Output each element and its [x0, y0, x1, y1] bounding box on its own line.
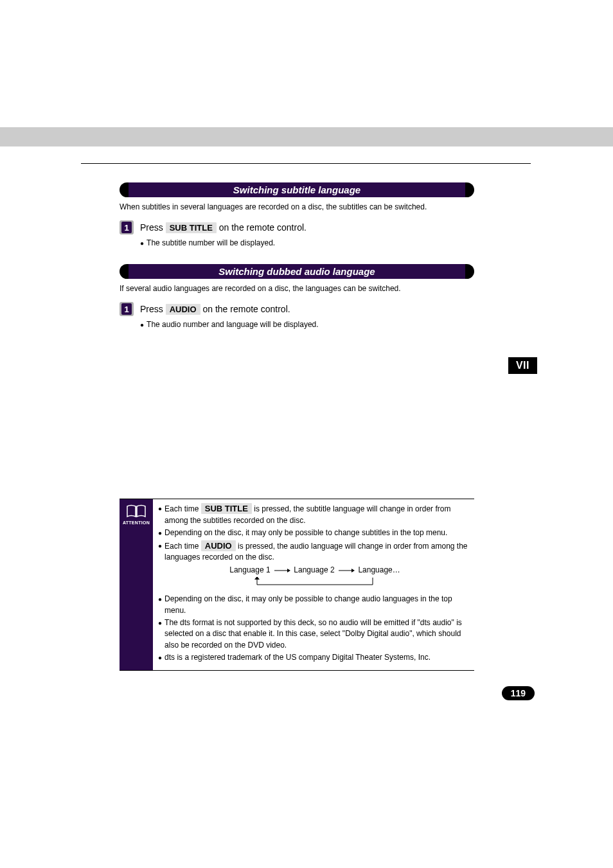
attention-text-d: Depending on the disc, it may only be po… [164, 594, 472, 616]
audio-button-label: AUDIO [166, 304, 200, 315]
main-content: Switching subtitle language When subtitl… [120, 182, 474, 343]
flow-lang-3: Language… [358, 565, 400, 574]
subtitle-button-label: SUB TITLE [201, 503, 252, 514]
attention-text-b: Depending on the disc, it may only be po… [164, 527, 472, 538]
attention-item: ● Each time SUB TITLE is pressed, the su… [158, 503, 472, 526]
header-cap-left [120, 182, 129, 197]
attention-sidebar: ATTENTION [120, 499, 153, 670]
book-icon [126, 504, 147, 518]
step-number-badge: 1 [120, 302, 134, 316]
attention-item: ● Each time AUDIO is pressed, the audio … [158, 540, 472, 563]
step-text-post: on the remote control. [200, 304, 290, 314]
att-a-pre: Each time [164, 504, 201, 513]
section1-sub-bullet: ● The subtitle number will be displayed. [140, 238, 474, 249]
section-title-subtitle: Switching subtitle language [129, 182, 465, 197]
attention-item: ● The dts format is not supported by thi… [158, 617, 472, 651]
chapter-tab: VII [508, 357, 537, 374]
step-number: 1 [121, 222, 132, 233]
step-number: 1 [121, 303, 132, 315]
attention-text-f: dts is a registered trademark of the US … [164, 652, 472, 663]
flow-lang-1: Language 1 [229, 565, 270, 574]
section2-sub-text: The audio number and language will be di… [147, 320, 319, 329]
bullet-icon: ● [158, 652, 162, 663]
attention-text-c: Each time AUDIO is pressed, the audio la… [164, 540, 472, 563]
arrow-right-icon [274, 568, 290, 573]
attention-label: ATTENTION [123, 520, 150, 525]
attention-item: ● Depending on the disc, it may only be … [158, 527, 472, 538]
section1-sub-text: The subtitle number will be displayed. [147, 238, 275, 247]
bullet-icon: ● [158, 617, 162, 651]
step-text-pre: Press [140, 304, 166, 314]
section-header-subtitle: Switching subtitle language [120, 182, 474, 197]
attention-text-e: The dts format is not supported by this … [164, 617, 472, 651]
arrow-right-icon [338, 568, 355, 573]
section1-intro: When subtitles in several languages are … [120, 202, 474, 211]
section2-step-text: Press AUDIO on the remote control. [140, 304, 290, 314]
section-header-audio: Switching dubbed audio language [120, 264, 474, 279]
section2-step-row: 1 Press AUDIO on the remote control. [120, 302, 474, 316]
step-text-pre: Press [140, 222, 166, 233]
attention-item: ● Depending on the disc, it may only be … [158, 594, 472, 616]
svg-marker-5 [254, 577, 260, 580]
bullet-icon: ● [140, 238, 144, 249]
header-cap-right [465, 264, 474, 279]
section2-sub-bullet: ● The audio number and language will be … [140, 320, 474, 330]
bullet-icon: ● [158, 594, 162, 616]
attention-text-a: Each time SUB TITLE is pressed, the subt… [164, 503, 472, 526]
header-cap-left [120, 264, 129, 279]
page-number: 119 [502, 686, 535, 700]
section-title-audio: Switching dubbed audio language [129, 264, 465, 279]
header-grey-band [0, 127, 613, 146]
section1-step-row: 1 Press SUB TITLE on the remote control. [120, 220, 474, 235]
audio-button-label: AUDIO [201, 540, 236, 551]
language-flow: Language 1 Language 2 Language… [158, 565, 472, 576]
header-cap-right [465, 182, 474, 197]
step-text-post: on the remote control. [217, 222, 306, 233]
svg-marker-2 [287, 569, 290, 572]
attention-item: ● dts is a registered trademark of the U… [158, 652, 472, 663]
divider-line [81, 163, 531, 164]
bullet-icon: ● [158, 540, 162, 563]
section2-intro: If several audio languages are recorded … [120, 284, 474, 293]
bullet-icon: ● [140, 320, 144, 330]
att-c-pre: Each time [164, 542, 201, 551]
step-number-badge: 1 [120, 220, 134, 235]
svg-marker-4 [351, 569, 355, 572]
loop-arrow-icon [251, 577, 379, 590]
attention-content: ● Each time SUB TITLE is pressed, the su… [153, 499, 474, 670]
section1-step-text: Press SUB TITLE on the remote control. [140, 222, 306, 233]
bullet-icon: ● [158, 527, 162, 538]
bullet-icon: ● [158, 503, 162, 526]
flow-lang-2: Language 2 [294, 565, 334, 574]
attention-box: ATTENTION ● Each time SUB TITLE is press… [120, 499, 474, 671]
subtitle-button-label: SUB TITLE [166, 222, 217, 233]
